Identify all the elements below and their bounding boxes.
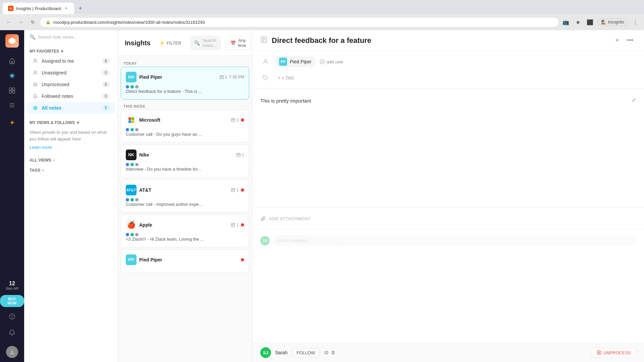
- refresh-button[interactable]: ↻: [28, 17, 38, 27]
- nav-home-icon[interactable]: [5, 54, 19, 68]
- bookmark-button[interactable]: ★: [573, 17, 583, 27]
- svg-rect-5: [12, 88, 15, 90]
- unassigned-label: Unassigned: [42, 70, 99, 75]
- note-dots-att: [126, 198, 243, 201]
- sidebar-item-all-notes[interactable]: All notes 8: [27, 102, 115, 114]
- chevron-down-views-icon: ▾: [77, 120, 79, 125]
- buy-now-button[interactable]: BUY NOW: [0, 295, 24, 307]
- note-preview-today: Direct feedback for a feature - This is …: [126, 88, 244, 95]
- nav-insights-icon[interactable]: [5, 69, 19, 82]
- note-card-header-nike: NK Nike 1: [126, 149, 244, 160]
- tab-close-button[interactable]: ×: [63, 6, 69, 11]
- new-tab-button[interactable]: +: [75, 4, 85, 13]
- note-card-att[interactable]: AT&T AT&T 1 Customer call - Impr: [121, 180, 249, 213]
- att-name: AT&T: [139, 187, 228, 193]
- dot-blue-apple: [126, 233, 129, 236]
- trial-label: days left: [6, 287, 18, 290]
- note-card-nike[interactable]: NK Nike 1 Interview - Do you have a time…: [121, 144, 249, 177]
- sound-container: 0: [324, 350, 334, 356]
- assigned-to-me-count: 6: [102, 58, 110, 64]
- extensions-button[interactable]: ⬛: [585, 17, 595, 27]
- url-bar[interactable]: 🔒 moodjoy.productboard.com/insights/note…: [40, 18, 558, 27]
- note-card-microsoft[interactable]: Microsoft 1 Customer call - Do you guys …: [121, 110, 249, 142]
- detail-more-button[interactable]: •••: [624, 36, 636, 45]
- note-preview-microsoft: Customer call - Do you guys have an ...: [126, 131, 244, 137]
- note-card-pied-piper-week[interactable]: PP Pied Piper: [121, 249, 249, 273]
- learn-more-link[interactable]: Learn more: [24, 145, 118, 150]
- tags-section[interactable]: TAGS ›: [24, 165, 118, 175]
- company-chip[interactable]: PP Pied Piper: [275, 56, 316, 67]
- all-views-label: ALL VIEWS: [30, 158, 51, 163]
- nav-list-icon[interactable]: [5, 99, 19, 112]
- notes-search-placeholder: Search notes...: [203, 38, 217, 48]
- followed-notes-count: 0: [102, 93, 110, 99]
- note-count-icon-nike: 1: [236, 153, 244, 157]
- app-logo[interactable]: [5, 34, 19, 48]
- user-avatar-nav[interactable]: [6, 346, 18, 358]
- cast-button[interactable]: 📺: [561, 17, 571, 27]
- tab-favicon: [8, 6, 13, 11]
- assigned-to-me-icon: [32, 58, 38, 64]
- detail-header: Direct feedback for a feature × •••: [252, 30, 644, 51]
- tag-button[interactable]: + + TAG: [275, 74, 297, 82]
- unprocess-button[interactable]: UNPROCESS: [592, 348, 636, 358]
- dot-blue-today: [126, 85, 129, 88]
- nav-help-icon[interactable]: ?: [5, 310, 19, 323]
- microsoft-status-dot: [241, 118, 244, 122]
- nav-board-icon[interactable]: [5, 84, 19, 97]
- notes-search-container[interactable]: 🔍 Search notes...: [190, 36, 221, 50]
- assigned-to-me-label: Assigned to me: [42, 58, 99, 64]
- add-attachment-button[interactable]: ADD ATTACHMENT: [260, 213, 636, 224]
- svg-point-14: [34, 59, 36, 61]
- notes-search-icon: 🔍: [194, 40, 200, 46]
- meta-tag-icon: [260, 72, 271, 83]
- active-tab[interactable]: Insights | Productboard ×: [3, 3, 74, 14]
- comment-input[interactable]: Add a comment...: [272, 235, 636, 246]
- tags-label: TAGS: [30, 168, 40, 173]
- company-chip-logo: PP: [279, 58, 287, 66]
- anytime-button[interactable]: 📅 Any time: [226, 36, 251, 50]
- follow-button[interactable]: FOLLOW: [291, 348, 320, 358]
- incognito-label: Incognito: [608, 20, 624, 24]
- forward-button[interactable]: →: [16, 17, 25, 27]
- notes-header: Insights ⚡ FILTER 🔍 Search notes... 📅 An…: [118, 30, 252, 56]
- views-description: Views private to you and based on what y…: [24, 126, 118, 145]
- note-dots-nike: [126, 163, 243, 166]
- unprocessed-label: Unprocessed: [42, 82, 99, 87]
- expand-button[interactable]: ⤢: [632, 97, 636, 103]
- browser-menu-button[interactable]: ⋮: [631, 17, 640, 27]
- pied-piper-week-name: Pied Piper: [139, 257, 238, 262]
- my-favorites-header[interactable]: MY FAVORITES ▾: [24, 48, 118, 55]
- svg-text:?: ?: [11, 314, 13, 319]
- note-card-apple[interactable]: 🍎 Apple 1 <3 Zlack!!! - Hi Zlac: [121, 215, 249, 247]
- sidebar-search-input[interactable]: Search note views...: [38, 35, 77, 40]
- nav-bell-icon[interactable]: [5, 326, 19, 339]
- note-dots-today: [126, 85, 243, 88]
- sidebar-item-assigned-to-me[interactable]: Assigned to me 6: [27, 55, 115, 67]
- nav-sparkle-icon[interactable]: [5, 116, 19, 129]
- tab-bar: Insights | Productboard × +: [0, 0, 644, 14]
- dot-teal-apple: [130, 233, 134, 236]
- detail-actions: × •••: [613, 36, 636, 45]
- all-notes-label: All notes: [42, 105, 99, 111]
- back-button[interactable]: ←: [4, 17, 13, 27]
- my-views-header[interactable]: MY VIEWS & FOLLOWS ▾: [24, 119, 118, 126]
- follow-label: FOLLOW: [297, 350, 315, 355]
- dot-gray-att: [135, 198, 139, 201]
- svg-marker-2: [9, 38, 15, 44]
- detail-user-avatar: SJ: [260, 347, 271, 358]
- meta-row-tag: + + TAG: [260, 72, 636, 83]
- my-views-section: MY VIEWS & FOLLOWS ▾ Views private to yo…: [24, 119, 118, 150]
- dot-gray-nike: [135, 163, 139, 166]
- note-count-icon-apple: 1: [231, 223, 239, 227]
- all-views-section[interactable]: ALL VIEWS ›: [24, 155, 118, 165]
- sidebar-item-followed-notes[interactable]: Followed notes 0: [27, 90, 115, 102]
- note-card-pied-piper-today[interactable]: PP Pied Piper 1 7:30 PM Direct fe: [121, 67, 249, 100]
- detail-close-button[interactable]: ×: [613, 36, 622, 45]
- sidebar-item-unprocessed[interactable]: Unprocessed 6: [27, 79, 115, 90]
- note-meta-pp-week: [241, 258, 244, 261]
- sidebar-item-unassigned[interactable]: Unassigned 0: [27, 67, 115, 78]
- filter-button[interactable]: ⚡ FILTER: [156, 39, 185, 48]
- tag-plus-icon: +: [278, 75, 280, 80]
- add-user-button[interactable]: add user: [320, 59, 344, 64]
